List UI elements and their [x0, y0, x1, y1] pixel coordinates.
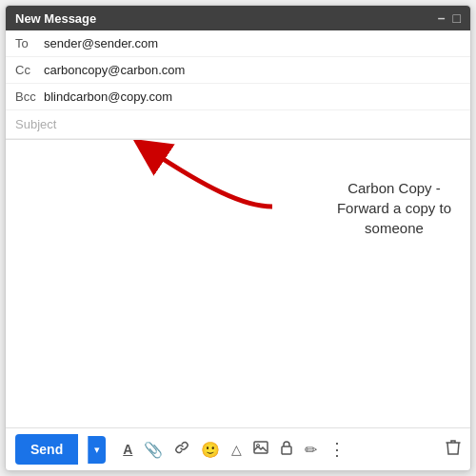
toolbar: Send ▾ A 📎 🙂 △ — [6, 427, 470, 470]
title-bar-controls: – □ — [438, 10, 461, 26]
pen-icon[interactable]: ✏ — [305, 441, 317, 459]
title-bar: New Message – □ — [6, 6, 470, 30]
compose-title: New Message — [15, 11, 96, 26]
send-dropdown-button[interactable]: ▾ — [88, 436, 106, 464]
more-options-icon[interactable]: ⋮ — [328, 439, 346, 460]
fields-area: To sender@sender.com Cc carboncopy@carbo… — [6, 30, 470, 140]
subject-row[interactable]: Subject — [6, 110, 470, 139]
bcc-value[interactable]: blindcarbon@copy.com — [44, 89, 461, 104]
annotation-line3: someone — [365, 220, 424, 236]
toolbar-icons: A 📎 🙂 △ — [123, 439, 346, 460]
cc-annotation: Carbon Copy - Forward a copy to someone — [337, 178, 451, 238]
emoji-icon[interactable]: 🙂 — [201, 441, 220, 459]
body-area[interactable]: Carbon Copy - Forward a copy to someone — [6, 140, 470, 427]
cc-value[interactable]: carboncopy@carbon.com — [44, 63, 461, 77]
annotation-arrow — [72, 140, 282, 245]
svg-rect-2 — [282, 446, 291, 454]
annotation-line2: Forward a copy to — [337, 200, 451, 216]
expand-button[interactable]: □ — [453, 10, 461, 26]
annotation-line1: Carbon Copy - — [347, 180, 441, 196]
cc-label: Cc — [15, 63, 44, 77]
lock-icon[interactable] — [280, 440, 293, 459]
compose-window: New Message – □ To sender@sender.com Cc … — [5, 5, 471, 471]
minimize-button[interactable]: – — [438, 10, 446, 26]
cc-field-row: Cc carboncopy@carbon.com — [6, 57, 470, 84]
to-field-row: To sender@sender.com — [6, 30, 470, 57]
subject-placeholder: Subject — [15, 117, 56, 131]
link-icon[interactable] — [174, 440, 189, 459]
format-text-icon[interactable]: A — [123, 442, 132, 457]
image-icon[interactable] — [253, 441, 268, 458]
trash-icon[interactable] — [446, 439, 461, 461]
to-value[interactable]: sender@sender.com — [44, 36, 461, 50]
bcc-label: Bcc — [15, 89, 44, 104]
bcc-field-row: Bcc blindcarbon@copy.com — [6, 84, 470, 110]
send-button[interactable]: Send — [15, 434, 78, 465]
drive-icon[interactable]: △ — [231, 442, 242, 457]
to-label: To — [15, 36, 44, 50]
attach-icon[interactable]: 📎 — [144, 441, 163, 459]
